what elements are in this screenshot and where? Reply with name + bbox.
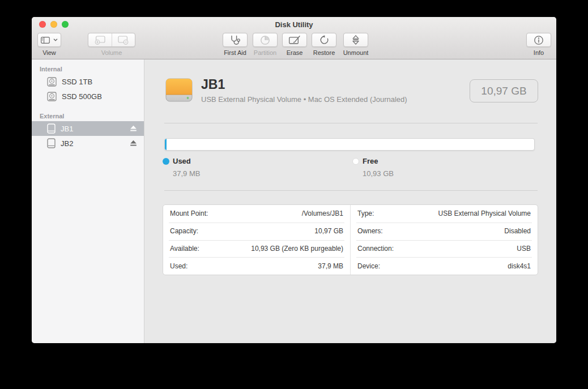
erase-label: Erase (287, 49, 303, 56)
detail-label: Owners: (357, 227, 383, 235)
detail-value: USB (517, 245, 531, 253)
volume-subtitle: USB External Physical Volume • Mac OS Ex… (201, 95, 407, 104)
detail-label: Capacity: (170, 227, 198, 235)
restore-label: Restore (313, 49, 335, 56)
first-aid-label: First Aid (224, 49, 246, 56)
table-row: Capacity: 10,97 GB (163, 223, 350, 240)
detail-value: 10,97 GB (314, 227, 343, 235)
main-content: JB1 USB External Physical Volume • Mac O… (144, 59, 556, 343)
table-row: Used: 37,9 MB (163, 257, 350, 275)
table-row: Type: USB External Physical Volume (351, 205, 538, 223)
restore-icon (319, 35, 329, 45)
internal-drive-icon (47, 77, 57, 87)
eject-icon[interactable] (130, 125, 137, 132)
used-legend-value: 37,9 MB (173, 169, 200, 178)
eject-icon[interactable] (130, 140, 137, 147)
remove-volume-button[interactable] (112, 33, 135, 46)
external-drive-icon (47, 123, 56, 134)
sidebar-item-jb2[interactable]: JB2 (32, 136, 144, 151)
window-title: Disk Utility (32, 20, 556, 29)
sidebar-section-external: External (40, 113, 144, 119)
separator (164, 123, 538, 123)
sidebar-section-internal: Internal (40, 66, 144, 72)
unmount-label: Unmount (343, 49, 369, 56)
detail-label: Available: (170, 245, 199, 253)
legend-used: Used 37,9 MB (163, 157, 200, 178)
sidebar-item-label: JB1 (61, 125, 73, 133)
table-row: Owners: Disabled (351, 223, 538, 240)
table-row: Mount Point: /Volumes/JB1 (163, 205, 350, 223)
details-left-column: Mount Point: /Volumes/JB1 Capacity: 10,9… (163, 205, 351, 275)
sidebar-item-label: SSD 1TB (62, 78, 92, 86)
partition-label: Partition (254, 49, 276, 56)
detail-value: 10,93 GB (Zero KB purgeable) (251, 245, 343, 253)
orange-external-drive-icon (163, 74, 195, 106)
erase-icon (289, 36, 300, 44)
detail-label: Mount Point: (170, 210, 208, 217)
detail-value: Disabled (504, 227, 531, 235)
table-row: Connection: USB (351, 240, 538, 258)
table-row: Device: disk4s1 (351, 257, 538, 275)
view-button[interactable] (37, 33, 61, 47)
add-volume-button[interactable] (88, 33, 112, 46)
free-legend-dot (352, 158, 359, 165)
legend-free: Free 10,93 GB (352, 157, 394, 178)
detail-label: Used: (170, 262, 188, 270)
info-label: Info (534, 49, 544, 56)
used-legend-dot (163, 158, 169, 165)
detail-label: Connection: (357, 245, 394, 253)
sidebar-toggle-icon (41, 37, 50, 44)
usage-bar (164, 138, 535, 151)
disk-utility-window: Disk Utility View (32, 17, 556, 343)
sidebar-item-ssd-1tb[interactable]: SSD 1TB (32, 74, 144, 89)
desktop: { "window": { "title": "Disk Utility", "… (0, 0, 588, 389)
usage-bar-used (165, 139, 167, 150)
sidebar-item-ssd-500gb[interactable]: SSD 500GB (32, 89, 144, 104)
detail-label: Type: (357, 210, 374, 217)
unmount-button[interactable] (343, 33, 368, 47)
window-chrome: Disk Utility View (32, 17, 556, 59)
details-right-column: Type: USB External Physical Volume Owner… (351, 205, 538, 275)
sidebar-item-jb1[interactable]: JB1 (32, 121, 144, 136)
detail-value: disk4s1 (508, 262, 531, 270)
info-button[interactable] (526, 33, 551, 47)
volume-segmented-control (88, 33, 135, 47)
unmount-icon (352, 35, 359, 45)
sidebar-item-label: JB2 (61, 139, 73, 148)
info-icon (534, 35, 544, 45)
external-drive-icon (47, 138, 56, 148)
detail-value: USB External Physical Volume (438, 210, 531, 217)
details-table: Mount Point: /Volumes/JB1 Capacity: 10,9… (163, 204, 538, 275)
remove-volume-icon (118, 36, 129, 45)
view-label: View (42, 49, 56, 56)
table-row: Available: 10,93 GB (Zero KB purgeable) (163, 240, 350, 258)
internal-drive-icon (47, 92, 57, 101)
partition-button[interactable] (253, 33, 278, 47)
first-aid-button[interactable] (223, 33, 248, 47)
free-legend-label: Free (363, 157, 378, 165)
stethoscope-icon (229, 35, 241, 45)
add-volume-icon (95, 36, 105, 45)
erase-button[interactable] (282, 33, 307, 47)
free-legend-value: 10,93 GB (363, 169, 394, 178)
detail-label: Device: (357, 262, 380, 270)
volume-title: JB1 (201, 77, 225, 92)
separator (164, 190, 538, 191)
volume-label: Volume (101, 49, 122, 56)
restore-button[interactable] (312, 33, 336, 47)
chevron-down-icon (53, 39, 58, 41)
detail-value: 37,9 MB (318, 262, 343, 270)
detail-value: /Volumes/JB1 (302, 210, 343, 217)
sidebar-item-label: SSD 500GB (62, 92, 102, 101)
used-legend-label: Used (173, 157, 191, 165)
sidebar: Internal SSD 1TB SSD 500GB External JB1 (32, 59, 144, 343)
capacity-badge: 10,97 GB (470, 79, 538, 102)
pie-chart-icon (260, 35, 270, 45)
